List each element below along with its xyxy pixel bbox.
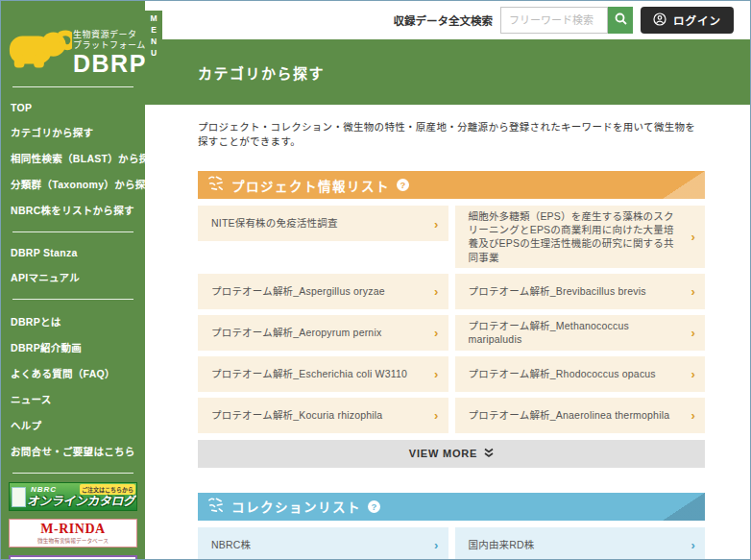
view-more-button[interactable]: VIEW MORE: [198, 440, 705, 468]
project-list-header: プロジェクト情報リスト ?: [198, 171, 705, 199]
sidebar-divider: [12, 299, 133, 300]
chevron-right-icon: ›: [690, 368, 695, 380]
sidebar-item-taxonomy[interactable]: 分類群（Taxonomy）から探す: [1, 171, 145, 197]
project-item[interactable]: プロテオーム解析_Aeropyrum pernix›: [198, 315, 448, 351]
chevron-right-icon: ›: [434, 327, 439, 339]
microbes-icon: [206, 174, 225, 196]
collection-item-label: NBRC株: [211, 538, 251, 551]
login-label: ログイン: [673, 12, 721, 28]
project-item[interactable]: NITE保有株の免疫活性調査›: [198, 206, 448, 241]
sidebar-divider: [12, 86, 133, 87]
page-title: カテゴリから探す: [198, 62, 325, 83]
logo-text: 生物資源データ プラットフォーム DBRP: [73, 24, 147, 77]
chevron-right-icon: ›: [690, 409, 695, 422]
main-area: 収録データ全文検索 ログイン: [145, 1, 750, 559]
project-item-label: プロテオーム解析_Methanococcus maripaludis: [469, 319, 681, 346]
project-item[interactable]: プロテオーム解析_Kocuria rhizophila›: [198, 398, 448, 433]
project-item-label: プロテオーム解析_Anaerolinea thermophila: [469, 408, 670, 422]
chevron-right-icon: ›: [434, 368, 439, 380]
sidebar-item-stanza[interactable]: DBRP Stanza: [1, 241, 145, 264]
elephant-icon: [7, 24, 72, 78]
sidebar-divider: [12, 231, 133, 232]
catalog-thumbnail: [12, 487, 26, 507]
m-rinda-subtitle: 微生物有害情報データベース: [12, 536, 133, 545]
sidebar-item-news[interactable]: ニュース: [1, 386, 145, 412]
double-chevron-down-icon: [484, 448, 494, 460]
project-item-label: プロテオーム解析_Brevibacillus brevis: [469, 284, 646, 298]
chevron-right-icon: ›: [434, 409, 439, 422]
microbes-icon: [206, 496, 225, 518]
collection-item[interactable]: 国内由来RD株›: [455, 527, 706, 559]
search-input[interactable]: [500, 7, 608, 34]
m-rinda-title: M-RINDA: [10, 523, 136, 536]
online-catalog-title: オンラインカタログ: [27, 491, 135, 509]
sidebar-item-intro-video[interactable]: DBRP紹介動画: [1, 334, 145, 360]
project-list-title: プロジェクト情報リスト: [231, 176, 390, 195]
chevron-right-icon: ›: [690, 231, 695, 243]
project-item-label: プロテオーム解析_Escherichia coli W3110: [211, 367, 407, 380]
project-item[interactable]: プロテオーム解析_Aspergillus oryzae›: [198, 274, 448, 309]
menu-tab[interactable]: MENU: [145, 11, 162, 61]
search-box: [500, 7, 633, 34]
banner-nbrc-online-catalog[interactable]: NBRC ご注文はこちらから オンラインカタログ: [9, 482, 137, 511]
collection-list-title: コレクションリスト: [231, 497, 361, 516]
login-button[interactable]: ログイン: [641, 7, 734, 34]
project-item-label: 細胞外多糖類（EPS）を産生する藻株のスクリーニングとEPSの商業利用に向けた大…: [469, 209, 681, 264]
brand-name: DBRP: [73, 51, 147, 77]
sidebar-item-api-manual[interactable]: APIマニュアル: [1, 264, 145, 290]
sidebar-item-faq[interactable]: よくある質問（FAQ）: [1, 360, 145, 386]
project-item[interactable]: プロテオーム解析_Rhodococcus opacus›: [455, 356, 706, 392]
view-more-label: VIEW MORE: [409, 448, 477, 459]
sidebar-item-contact[interactable]: お問合せ・ご要望はこちら: [1, 438, 145, 464]
help-icon[interactable]: ?: [368, 500, 380, 513]
sidebar-item-blast[interactable]: 相同性検索（BLAST）から探す: [1, 145, 145, 171]
dbrp-window: 生物資源データ プラットフォーム DBRP TOP カテゴリから探す 相同性検索…: [0, 0, 751, 560]
sidebar-item-top[interactable]: TOP: [1, 96, 145, 119]
project-item[interactable]: プロテオーム解析_Brevibacillus brevis›: [455, 274, 706, 309]
project-item-label: プロテオーム解析_Aspergillus oryzae: [211, 284, 385, 298]
chevron-right-icon: ›: [434, 285, 439, 298]
sidebar-banners: NBRC ご注文はこちらから オンラインカタログ M-RINDA 微生物有害情報…: [1, 482, 145, 560]
sidebar-nav: TOP カテゴリから探す 相同性検索（BLAST）から探す 分類群（Taxono…: [1, 96, 145, 474]
page-content: プロジェクト・コレクション・微生物の特性・原産地・分離源から登録されたキーワード…: [145, 105, 750, 559]
project-item[interactable]: 細胞外多糖類（EPS）を産生する藻株のスクリーニングとEPSの商業利用に向けた大…: [455, 206, 706, 268]
project-item[interactable]: プロテオーム解析_Escherichia coli W3110›: [198, 356, 448, 392]
magnifier-icon: [615, 12, 627, 28]
project-item[interactable]: プロテオーム解析_Methanococcus maripaludis›: [455, 315, 706, 351]
chevron-right-icon: ›: [690, 285, 695, 298]
chevron-right-icon: ›: [434, 539, 439, 551]
project-item-label: プロテオーム解析_Rhodococcus opacus: [469, 367, 656, 380]
sidebar-divider: [12, 473, 133, 474]
project-list-section: プロジェクト情報リスト ? NITE保有株の免疫活性調査› 細胞外多糖類（EPS…: [198, 171, 705, 468]
page-header-band: カテゴリから探す: [145, 39, 750, 105]
chevron-right-icon: ›: [434, 217, 439, 230]
chevron-right-icon: ›: [690, 327, 695, 339]
help-icon[interactable]: ?: [397, 179, 409, 191]
search-label: 収録データ全文検索: [394, 12, 494, 28]
topbar: 収録データ全文検索 ログイン: [145, 1, 750, 39]
sidebar: 生物資源データ プラットフォーム DBRP TOP カテゴリから探す 相同性検索…: [1, 1, 145, 559]
collection-item-label: 国内由来RD株: [469, 538, 535, 551]
sidebar-item-help[interactable]: ヘルプ: [1, 412, 145, 438]
page-description: プロジェクト・コレクション・微生物の特性・原産地・分離源から登録されたキーワード…: [198, 119, 705, 148]
collection-list-header: コレクションリスト ?: [198, 493, 705, 521]
sidebar-item-nbrc-list[interactable]: NBRC株をリストから探す: [1, 197, 145, 223]
sidebar-item-category[interactable]: カテゴリから探す: [1, 119, 145, 145]
user-icon: [653, 12, 666, 28]
project-item[interactable]: プロテオーム解析_Anaerolinea thermophila›: [455, 398, 706, 433]
sidebar-item-about[interactable]: DBRPとは: [1, 308, 145, 334]
collection-items: NBRC株› 国内由来RD株› AJ株（味の素株式会社ライブラリ）› AJ株 A…: [198, 527, 705, 559]
collection-list-section: コレクションリスト ? NBRC株› 国内由来RD株› AJ株（味の素株式会社ラ…: [198, 493, 705, 559]
collection-item[interactable]: NBRC株›: [198, 527, 448, 559]
logo-tagline-1: 生物資源データ: [73, 30, 147, 40]
project-item-label: プロテオーム解析_Aeropyrum pernix: [211, 326, 381, 339]
project-items: NITE保有株の免疫活性調査› 細胞外多糖類（EPS）を産生する藻株のスクリーニ…: [198, 206, 705, 433]
banner-mifu-safety[interactable]: MiFu Safety 微生物有害性遺伝子情報データベース: [9, 555, 137, 560]
project-item-label: NITE保有株の免疫活性調査: [211, 216, 338, 230]
project-item-label: プロテオーム解析_Kocuria rhizophila: [211, 408, 382, 422]
banner-m-rinda[interactable]: M-RINDA 微生物有害情報データベース: [9, 519, 137, 548]
chevron-right-icon: ›: [690, 539, 695, 551]
dbrp-logo[interactable]: 生物資源データ プラットフォーム DBRP: [1, 1, 145, 78]
search-button[interactable]: [608, 7, 633, 34]
